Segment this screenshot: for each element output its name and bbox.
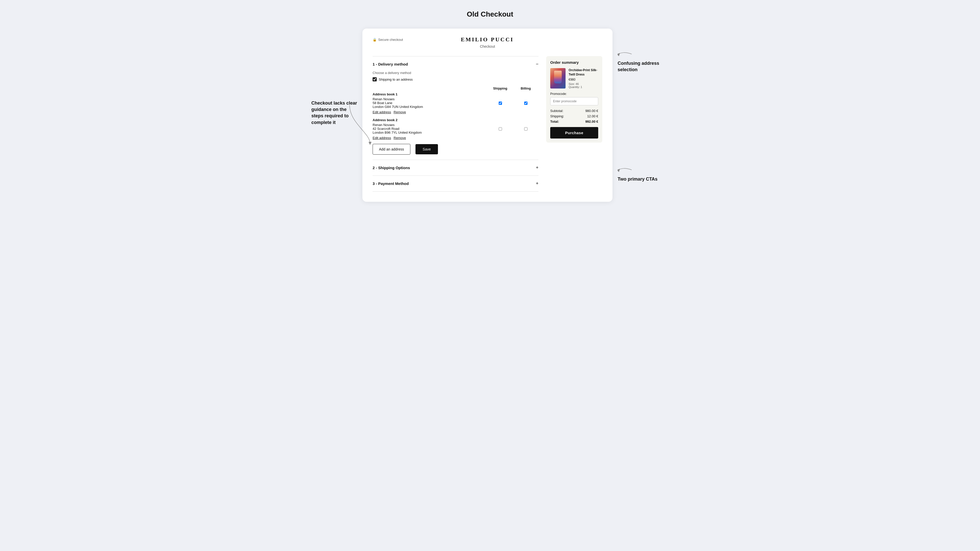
bottom-right-arrow (617, 165, 633, 175)
bottom-right-annotation-text: Two primary CTAs (617, 176, 669, 183)
delivery-section-content: Choose a delivery method Shipping to an … (372, 67, 538, 155)
card-header: 🔒 Secure checkout EMILIO PUCCI (372, 36, 602, 43)
address-1-street: 58 Boat Lane (372, 101, 487, 105)
subtotal-line: Subtotal: 980.00 € (550, 109, 598, 113)
right-annotations: Confusing address selection Two primary … (612, 29, 669, 183)
payment-expand-icon: + (536, 181, 538, 186)
address-table-header: Shipping Billing (372, 86, 538, 90)
address-1-city: London G84 7UN United Kingdom (372, 105, 487, 109)
shipping-address-checkbox[interactable] (372, 77, 377, 81)
subtotal-label: Subtotal: (550, 109, 563, 113)
address-row-2: Address book 2 Renan Novaes 42 Scarcroft… (372, 118, 538, 140)
order-summary-title: Order summary (550, 60, 598, 65)
left-annotation: Checkout lacks clear guidance on the ste… (311, 29, 363, 126)
page-title: Old Checkout (5, 10, 975, 18)
subtotal-value: 980.00 € (585, 109, 598, 113)
delivery-section-header[interactable]: 1 - Delivery method − (372, 62, 538, 67)
lock-icon: 🔒 (372, 38, 377, 41)
product-row: Orchidee-Print Silk-Twill Dress €980 Siz… (550, 68, 598, 89)
product-name: Orchidee-Print Silk-Twill Dress (569, 68, 598, 77)
checkout-right: Order summary Orchidee-Print Silk-Twill … (546, 56, 602, 192)
shipping-options-section: 2 - Shipping Options + (372, 160, 538, 176)
address-2-shipping-checkbox[interactable] (499, 127, 502, 130)
shipping-label: Shipping: (550, 114, 564, 118)
brand-logo: EMILIO PUCCI (461, 36, 514, 43)
checkout-body: 1 - Delivery method − Choose a delivery … (372, 56, 602, 192)
shipping-value: 12.00 € (587, 114, 598, 118)
address-2-remove-link[interactable]: Remove (393, 136, 406, 140)
address-2-actions: Edit address Remove (372, 136, 487, 140)
secure-checkout-label: Secure checkout (378, 38, 403, 41)
product-price: €980 (569, 78, 598, 81)
shipping-expand-icon: + (536, 165, 538, 170)
delivery-method-section: 1 - Delivery method − Choose a delivery … (372, 56, 538, 160)
payment-method-section: 3 - Payment Method + (372, 176, 538, 191)
product-image (550, 68, 566, 89)
purchase-button[interactable]: Purchase (550, 127, 598, 138)
address-1-shipping-checkbox[interactable] (499, 102, 502, 105)
order-summary-card: Order summary Orchidee-Print Silk-Twill … (546, 56, 602, 143)
address-2-label: Address book 2 (372, 118, 487, 122)
product-details: Orchidee-Print Silk-Twill Dress €980 Siz… (569, 68, 598, 89)
total-line: Total: 992.00 € (550, 120, 598, 124)
delivery-section-title: 1 - Delivery method (372, 62, 408, 66)
address-2-city: London B96 7YL United Kingdom (372, 130, 487, 135)
total-value: 992.00 € (585, 120, 598, 124)
address-1-shipping-check (487, 102, 513, 105)
promocode-label: Promocode: (550, 92, 598, 96)
top-right-arrow (617, 49, 633, 59)
checkout-left: 1 - Delivery method − Choose a delivery … (372, 56, 538, 192)
top-right-annotation-text: Confusing address selection (617, 60, 669, 73)
left-arrow (347, 103, 380, 148)
address-2-shipping-check (487, 127, 513, 130)
address-1-label: Address book 1 (372, 92, 487, 96)
product-quantity: Quantity: 1 (569, 86, 598, 89)
address-2-billing-check (513, 127, 538, 130)
address-2-billing-checkbox[interactable] (524, 127, 528, 130)
address-1-actions: Edit address Remove (372, 110, 487, 114)
address-2-info: Address book 2 Renan Novaes 42 Scarcroft… (372, 118, 487, 140)
address-1-info: Address book 1 Renan Novaes 58 Boat Lane… (372, 92, 487, 114)
shipping-address-label: Shipping to an address (379, 78, 413, 81)
address-1-billing-check (513, 102, 538, 105)
delivery-collapse-icon: − (536, 62, 538, 67)
billing-col-header: Billing (513, 86, 538, 90)
address-2-name: Renan Novaes (372, 123, 487, 127)
address-button-row: Add an address Save (372, 144, 538, 155)
payment-section-header[interactable]: 3 - Payment Method + (372, 181, 538, 186)
checkout-card: 🔒 Secure checkout EMILIO PUCCI Checkout … (363, 29, 612, 202)
choose-delivery-label: Choose a delivery method (372, 71, 538, 75)
bottom-right-annotation: Two primary CTAs (617, 165, 669, 183)
address-col-spacer (372, 86, 487, 90)
top-right-annotation: Confusing address selection (617, 49, 669, 73)
save-button[interactable]: Save (415, 144, 438, 154)
shipping-col-header: Shipping (487, 86, 513, 90)
total-label: Total: (550, 120, 559, 124)
promocode-input[interactable] (550, 97, 598, 105)
shipping-section-header[interactable]: 2 - Shipping Options + (372, 165, 538, 170)
address-1-name: Renan Novaes (372, 97, 487, 101)
address-1-remove-link[interactable]: Remove (393, 110, 406, 114)
payment-section-title: 3 - Payment Method (372, 181, 409, 186)
product-size: Size: 46 (569, 83, 598, 86)
address-row-1: Address book 1 Renan Novaes 58 Boat Lane… (372, 92, 538, 114)
bottom-divider (372, 191, 538, 192)
secure-checkout: 🔒 Secure checkout (372, 38, 403, 41)
checkout-subtitle: Checkout (372, 44, 602, 48)
address-1-billing-checkbox[interactable] (524, 102, 528, 105)
shipping-line: Shipping: 12.00 € (550, 114, 598, 118)
address-2-street: 42 Scarcroft Road (372, 127, 487, 130)
shipping-section-title: 2 - Shipping Options (372, 165, 410, 170)
shipping-address-row: Shipping to an address (372, 77, 538, 81)
